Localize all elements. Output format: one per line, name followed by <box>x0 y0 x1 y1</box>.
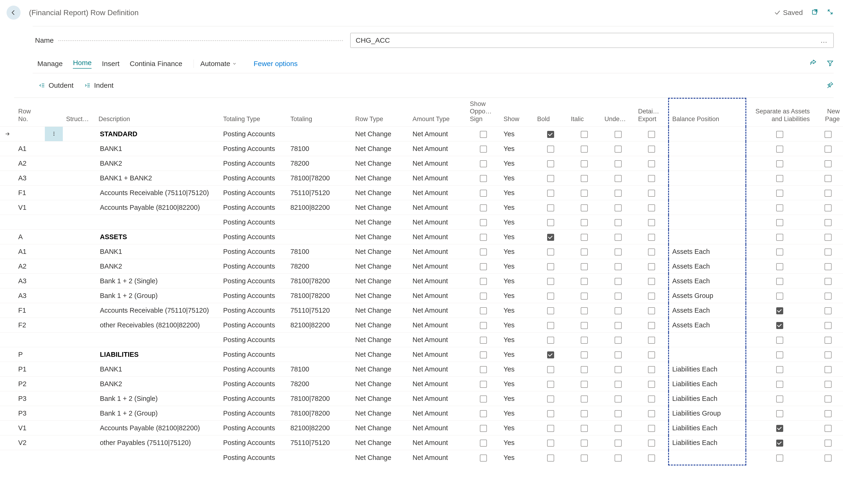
cell-show-opposite[interactable] <box>467 127 500 141</box>
cell-totaling[interactable]: 78100|78200 <box>287 406 352 421</box>
checkbox[interactable] <box>825 410 831 417</box>
cell-italic[interactable] <box>567 185 601 200</box>
checkbox[interactable] <box>648 160 655 167</box>
cell-underline[interactable] <box>601 318 635 332</box>
checkbox[interactable] <box>648 396 655 402</box>
table-row[interactable]: F1Accounts Receivable (75110|75120)Posti… <box>0 303 843 318</box>
cell-totaling-type[interactable]: Posting Accounts <box>220 318 287 332</box>
cell-row-type[interactable]: Net Change <box>352 156 409 171</box>
cell-amount-type[interactable]: Net Amount <box>409 362 467 377</box>
cell-amount-type[interactable]: Net Amount <box>409 127 467 141</box>
cell-balance-position[interactable]: Liabilities Each <box>669 391 746 406</box>
checkbox[interactable] <box>615 190 621 197</box>
cell-description[interactable]: BANK2 <box>95 259 220 274</box>
cell-struct[interactable] <box>63 347 95 362</box>
cell-amount-type[interactable]: Net Amount <box>409 377 467 391</box>
cell-detail-export[interactable] <box>635 156 669 171</box>
cell-show[interactable]: Yes <box>500 303 534 318</box>
checkbox[interactable] <box>480 307 487 314</box>
cell-balance-position[interactable] <box>669 332 746 347</box>
col-row-no[interactable]: Row No. <box>15 98 45 127</box>
cell-detail-export[interactable] <box>635 259 669 274</box>
table-row[interactable]: A3BANK1 + BANK2Posting Accounts78100|782… <box>0 171 843 185</box>
cell-struct[interactable] <box>63 288 95 303</box>
cell-balance-position[interactable]: Assets Each <box>669 244 746 259</box>
cell-balance-position[interactable]: Assets Each <box>669 303 746 318</box>
cell-show-opposite[interactable] <box>467 303 500 318</box>
cell-totaling-type[interactable]: Posting Accounts <box>220 421 287 435</box>
cell-show-opposite[interactable] <box>467 274 500 288</box>
cell-detail-export[interactable] <box>635 185 669 200</box>
cell-show-opposite[interactable] <box>467 318 500 332</box>
cell-description[interactable]: ASSETS <box>95 230 220 244</box>
cell-separate[interactable] <box>746 230 813 244</box>
checkbox[interactable] <box>547 293 554 300</box>
table-row[interactable]: Posting AccountsNet ChangeNet AmountYes <box>0 332 843 347</box>
checkbox[interactable] <box>776 204 783 211</box>
checkbox[interactable] <box>480 396 487 402</box>
cell-detail-export[interactable] <box>635 171 669 185</box>
cell-balance-position[interactable]: Liabilities Each <box>669 435 746 450</box>
checkbox[interactable] <box>825 175 831 182</box>
checkbox[interactable] <box>825 439 831 447</box>
cell-struct[interactable] <box>63 406 95 421</box>
cell-bold[interactable] <box>534 391 567 406</box>
cell-show[interactable]: Yes <box>500 127 534 141</box>
checkbox[interactable] <box>581 249 588 255</box>
checkbox[interactable] <box>648 410 655 417</box>
cell-italic[interactable] <box>567 215 601 230</box>
cell-underline[interactable] <box>601 200 635 215</box>
cell-row-no[interactable]: A3 <box>15 171 45 185</box>
cell-bold[interactable] <box>534 450 567 465</box>
checkbox[interactable] <box>648 425 655 432</box>
cell-separate[interactable] <box>746 421 813 435</box>
checkbox[interactable] <box>581 190 588 197</box>
table-row[interactable]: A1BANK1Posting Accounts78100Net ChangeNe… <box>0 244 843 259</box>
cell-bold[interactable] <box>534 288 567 303</box>
cell-new-page[interactable] <box>813 406 843 421</box>
cell-balance-position[interactable]: Liabilities Each <box>669 362 746 377</box>
cell-description[interactable]: other Receivables (82100|82200) <box>95 318 220 332</box>
checkbox[interactable] <box>480 454 487 462</box>
checkbox[interactable] <box>480 263 487 270</box>
table-row[interactable]: PLIABILITIESPosting AccountsNet ChangeNe… <box>0 347 843 362</box>
checkbox[interactable] <box>547 322 554 329</box>
checkbox[interactable] <box>615 410 621 417</box>
cell-underline[interactable] <box>601 215 635 230</box>
checkbox[interactable] <box>615 352 621 358</box>
cell-italic[interactable] <box>567 303 601 318</box>
cell-show[interactable]: Yes <box>500 200 534 215</box>
cell-row-no[interactable]: A1 <box>15 244 45 259</box>
cell-row-type[interactable]: Net Change <box>352 406 409 421</box>
table-row[interactable]: A1BANK1Posting Accounts78100Net ChangeNe… <box>0 141 843 156</box>
cell-show[interactable]: Yes <box>500 362 534 377</box>
cell-underline[interactable] <box>601 332 635 347</box>
checkbox[interactable] <box>581 146 588 152</box>
cell-detail-export[interactable] <box>635 141 669 156</box>
checkbox[interactable] <box>648 381 655 388</box>
checkbox[interactable] <box>615 204 621 211</box>
checkbox[interactable] <box>547 307 554 314</box>
checkbox[interactable] <box>648 454 655 462</box>
cell-detail-export[interactable] <box>635 303 669 318</box>
checkbox[interactable] <box>825 307 831 314</box>
cell-struct[interactable] <box>63 391 95 406</box>
cell-row-no[interactable]: P3 <box>15 406 45 421</box>
cell-underline[interactable] <box>601 156 635 171</box>
cell-amount-type[interactable]: Net Amount <box>409 332 467 347</box>
cell-bold[interactable] <box>534 230 567 244</box>
cell-show[interactable]: Yes <box>500 288 534 303</box>
cell-totaling[interactable]: 78200 <box>287 377 352 391</box>
cell-struct[interactable] <box>63 200 95 215</box>
cell-italic[interactable] <box>567 391 601 406</box>
cell-row-no[interactable]: A2 <box>15 259 45 274</box>
cell-new-page[interactable] <box>813 244 843 259</box>
cell-bold[interactable] <box>534 156 567 171</box>
cell-balance-position[interactable] <box>669 215 746 230</box>
checkbox[interactable] <box>581 278 588 285</box>
checkbox[interactable] <box>615 425 621 432</box>
cell-new-page[interactable] <box>813 141 843 156</box>
cell-totaling-type[interactable]: Posting Accounts <box>220 347 287 362</box>
cell-totaling[interactable] <box>287 450 352 465</box>
cell-bold[interactable] <box>534 200 567 215</box>
